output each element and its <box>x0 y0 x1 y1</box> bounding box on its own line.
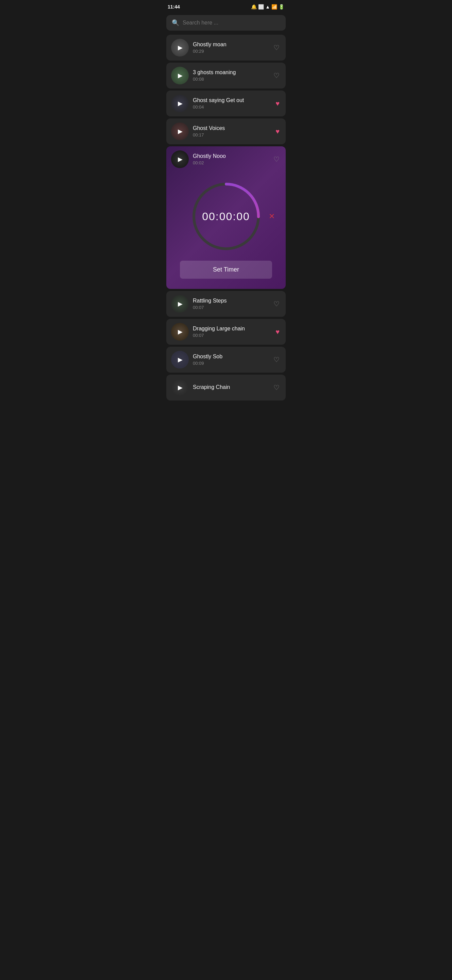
play-icon: ▶ <box>178 100 182 107</box>
sound-thumb: ▶ <box>171 323 189 340</box>
heart-button[interactable]: ♡ <box>272 298 281 309</box>
play-icon: ▶ <box>178 156 182 163</box>
heart-button[interactable]: ♡ <box>272 42 281 53</box>
search-input[interactable] <box>182 20 280 26</box>
expanded-thumb: ▶ <box>171 150 189 168</box>
play-icon: ▶ <box>178 300 182 308</box>
close-timer-button[interactable]: ✕ <box>269 212 275 221</box>
expanded-sound-name: Ghostly Nooo <box>193 153 268 159</box>
sound-name: Rattling Steps <box>193 298 268 304</box>
sound-thumb: ▶ <box>171 95 189 112</box>
sound-item[interactable]: ▶ Scraping Chain ♡ <box>166 375 286 401</box>
sound-item[interactable]: ▶ Ghost Voices 00:17 ♥ <box>166 118 286 144</box>
sound-info: Ghost Voices 00:17 <box>193 125 270 137</box>
sound-duration: 00:07 <box>193 333 270 338</box>
sound-info: Scraping Chain <box>193 384 268 391</box>
sound-item[interactable]: ▶ Ghost saying Get out 00:04 ♥ <box>166 91 286 116</box>
sound-item[interactable]: ▶ Dragging Large chain 00:07 ♥ <box>166 319 286 345</box>
heart-button[interactable]: ♡ <box>272 382 281 393</box>
sound-name: Dragging Large chain <box>193 326 270 332</box>
heart-button[interactable]: ♡ <box>272 354 281 365</box>
heart-button[interactable]: ♥ <box>274 327 281 337</box>
expanded-sound-info: Ghostly Nooo 00:02 <box>193 153 268 165</box>
sound-info: Ghost saying Get out 00:04 <box>193 97 270 110</box>
sound-name: Ghostly Sob <box>193 353 268 360</box>
sound-thumb: ▶ <box>171 67 189 84</box>
sound-info: Dragging Large chain 00:07 <box>193 326 270 338</box>
play-icon: ▶ <box>178 72 182 79</box>
sound-thumb: ▶ <box>171 123 189 140</box>
sound-item[interactable]: ▶ Ghostly moan 00:29 ♡ <box>166 35 286 60</box>
play-icon: ▶ <box>178 127 182 135</box>
battery-icon: 🔋 <box>279 4 284 10</box>
search-bar[interactable]: 🔍 <box>166 15 286 30</box>
notification-icon: 🔔 <box>251 4 257 10</box>
sound-name: Ghost Voices <box>193 125 270 131</box>
status-time: 11:44 <box>168 4 180 10</box>
screen-record-icon: ⬜ <box>258 4 264 10</box>
play-icon: ▶ <box>178 328 182 336</box>
timer-display: 00:00:00 <box>202 210 250 223</box>
sound-thumb: ▶ <box>171 295 189 313</box>
sound-list-above: ▶ Ghostly moan 00:29 ♡ ▶ 3 ghosts moanin… <box>162 35 290 144</box>
sound-item[interactable]: ▶ 3 ghosts moaning 00:08 ♡ <box>166 63 286 89</box>
sound-thumb: ▶ <box>171 351 189 369</box>
sound-info: 3 ghosts moaning 00:08 <box>193 69 268 82</box>
signal-icon: 📶 <box>271 4 277 10</box>
sound-name: 3 ghosts moaning <box>193 69 268 76</box>
timer-circle: 00:00:00 <box>189 179 263 254</box>
sound-name: Ghost saying Get out <box>193 97 270 103</box>
expanded-sound-duration: 00:02 <box>193 160 268 165</box>
status-icons: 🔔 ⬜ ▲ 📶 🔋 <box>251 4 284 10</box>
sound-duration: 00:07 <box>193 305 268 310</box>
sound-info: Rattling Steps 00:07 <box>193 298 268 310</box>
set-timer-button[interactable]: Set Timer <box>180 261 272 279</box>
wifi-icon: ▲ <box>265 4 270 10</box>
sound-duration: 00:17 <box>193 132 270 137</box>
heart-button[interactable]: ♡ <box>272 70 281 81</box>
sound-duration: 00:04 <box>193 105 270 110</box>
sound-info: Ghostly Sob 00:09 <box>193 353 268 366</box>
sound-thumb: ▶ <box>171 379 189 396</box>
timer-container: 00:00:00 ✕ Set Timer <box>166 172 286 289</box>
sound-name: Scraping Chain <box>193 384 268 390</box>
search-icon: 🔍 <box>172 19 179 27</box>
expanded-sound-item: ▶ Ghostly Nooo 00:02 ♡ <box>166 146 286 289</box>
sound-item[interactable]: ▶ Rattling Steps 00:07 ♡ <box>166 291 286 317</box>
heart-button[interactable]: ♥ <box>274 98 281 109</box>
play-icon: ▶ <box>178 44 182 51</box>
heart-button[interactable]: ♥ <box>274 126 281 137</box>
expanded-heart-button[interactable]: ♡ <box>272 154 281 165</box>
sound-thumb: ▶ <box>171 39 189 56</box>
sound-item[interactable]: ▶ Ghostly Sob 00:09 ♡ <box>166 347 286 372</box>
sound-duration: 00:09 <box>193 361 268 366</box>
play-icon: ▶ <box>178 384 182 391</box>
sound-duration: 00:29 <box>193 49 268 54</box>
timer-wrapper-row: 00:00:00 ✕ <box>172 179 280 254</box>
play-icon: ▶ <box>178 356 182 363</box>
expanded-sound-header[interactable]: ▶ Ghostly Nooo 00:02 ♡ <box>166 146 286 172</box>
sound-duration: 00:08 <box>193 76 268 82</box>
status-bar: 11:44 🔔 ⬜ ▲ 📶 🔋 <box>162 0 290 12</box>
sound-name: Ghostly moan <box>193 41 268 48</box>
sound-list-below: ▶ Rattling Steps 00:07 ♡ ▶ Dragging Larg… <box>162 291 290 401</box>
sound-info: Ghostly moan 00:29 <box>193 41 268 54</box>
